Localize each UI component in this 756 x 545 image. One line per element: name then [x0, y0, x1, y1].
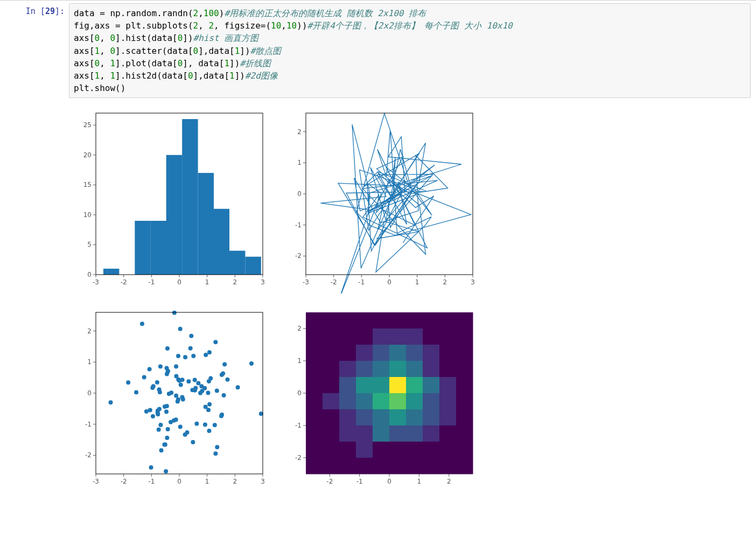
svg-rect-218 — [323, 361, 340, 378]
svg-point-103 — [207, 351, 212, 355]
svg-rect-204 — [423, 329, 440, 345]
svg-rect-216 — [456, 345, 473, 361]
svg-text:1: 1 — [297, 159, 302, 167]
svg-text:-1: -1 — [295, 422, 302, 429]
svg-rect-253 — [406, 409, 423, 426]
svg-rect-272 — [389, 442, 407, 458]
svg-rect-210 — [356, 345, 373, 361]
chart-grid: -3-2-101230510152025 -3-2-10123-2-1012 -… — [69, 108, 756, 495]
svg-point-94 — [157, 407, 162, 411]
svg-rect-201 — [373, 329, 390, 345]
svg-point-156 — [186, 380, 191, 384]
svg-text:-2: -2 — [326, 478, 333, 485]
svg-text:1: 1 — [205, 478, 209, 485]
svg-rect-229 — [339, 377, 356, 394]
svg-text:2: 2 — [443, 278, 447, 286]
svg-text:2: 2 — [297, 128, 302, 136]
svg-rect-228 — [323, 377, 340, 394]
svg-rect-284 — [423, 458, 440, 474]
svg-rect-192 — [389, 312, 407, 329]
svg-rect-214 — [423, 345, 440, 361]
svg-rect-285 — [439, 458, 457, 474]
svg-rect-241 — [373, 393, 390, 410]
svg-text:-1: -1 — [358, 278, 365, 286]
svg-rect-255 — [439, 409, 457, 426]
svg-rect-268 — [323, 442, 340, 458]
svg-point-90 — [159, 449, 164, 453]
svg-text:0: 0 — [297, 190, 302, 198]
svg-rect-9 — [245, 257, 261, 275]
svg-point-102 — [176, 397, 180, 402]
svg-point-104 — [151, 385, 156, 389]
svg-rect-266 — [456, 425, 473, 442]
svg-point-138 — [164, 470, 168, 474]
svg-text:1: 1 — [87, 359, 92, 366]
svg-point-77 — [213, 340, 218, 345]
svg-point-71 — [164, 410, 169, 414]
svg-point-153 — [157, 387, 162, 392]
svg-rect-162 — [96, 312, 263, 474]
svg-point-107 — [134, 390, 138, 395]
svg-rect-206 — [456, 329, 473, 345]
svg-point-81 — [207, 402, 212, 407]
svg-point-135 — [185, 430, 190, 435]
svg-rect-276 — [456, 442, 473, 458]
svg-rect-6 — [198, 173, 214, 275]
svg-point-142 — [221, 372, 225, 376]
svg-point-123 — [196, 381, 200, 386]
svg-point-116 — [204, 353, 208, 357]
svg-rect-196 — [456, 312, 473, 329]
prompt-number: 29 — [45, 6, 55, 16]
svg-rect-232 — [389, 377, 407, 394]
svg-text:-2: -2 — [295, 253, 302, 260]
svg-rect-7 — [214, 209, 229, 275]
code-input-area[interactable]: data = np.random.randn(2,100)#用标准的正太分布的随… — [69, 3, 751, 98]
svg-rect-5 — [182, 119, 198, 275]
svg-text:3: 3 — [261, 278, 265, 286]
svg-point-112 — [179, 383, 183, 387]
svg-rect-281 — [373, 458, 390, 474]
svg-rect-212 — [389, 345, 407, 361]
prompt-label: In [ — [26, 6, 45, 16]
svg-rect-250 — [356, 409, 373, 426]
svg-point-72 — [193, 378, 197, 382]
svg-point-141 — [165, 436, 169, 440]
svg-rect-286 — [456, 458, 473, 474]
svg-text:10: 10 — [83, 211, 92, 219]
svg-point-133 — [174, 374, 178, 379]
chart-histogram: -3-2-101230510152025 — [69, 108, 274, 296]
svg-rect-4 — [166, 155, 182, 275]
svg-rect-262 — [389, 425, 407, 442]
svg-rect-190 — [356, 312, 373, 329]
svg-rect-270 — [356, 442, 373, 458]
svg-text:-3: -3 — [303, 278, 309, 286]
svg-point-95 — [109, 400, 113, 404]
svg-point-132 — [165, 346, 170, 351]
svg-text:-1: -1 — [295, 221, 302, 229]
svg-rect-263 — [406, 425, 423, 442]
svg-text:0: 0 — [387, 478, 391, 485]
svg-point-152 — [156, 413, 160, 417]
line-svg: -3-2-10123-2-1012 — [279, 108, 478, 294]
code-block[interactable]: data = np.random.randn(2,100)#用标准的正太分布的随… — [74, 7, 746, 94]
svg-rect-208 — [323, 345, 340, 361]
svg-text:0: 0 — [177, 478, 181, 485]
svg-point-110 — [163, 443, 167, 447]
svg-rect-3 — [151, 221, 166, 275]
svg-point-109 — [208, 376, 213, 381]
svg-text:3: 3 — [471, 278, 475, 286]
svg-rect-240 — [356, 393, 373, 410]
svg-text:2: 2 — [87, 327, 92, 335]
svg-rect-223 — [406, 361, 423, 378]
svg-rect-252 — [389, 409, 407, 426]
svg-point-125 — [144, 409, 149, 414]
svg-rect-203 — [406, 329, 423, 345]
svg-point-131 — [203, 423, 207, 427]
svg-point-159 — [204, 405, 208, 409]
svg-point-82 — [213, 452, 218, 456]
input-prompt: In [29]: — [0, 3, 69, 98]
svg-point-144 — [181, 397, 185, 402]
svg-point-91 — [155, 380, 159, 385]
svg-text:-2: -2 — [121, 478, 127, 485]
svg-rect-279 — [339, 458, 356, 474]
